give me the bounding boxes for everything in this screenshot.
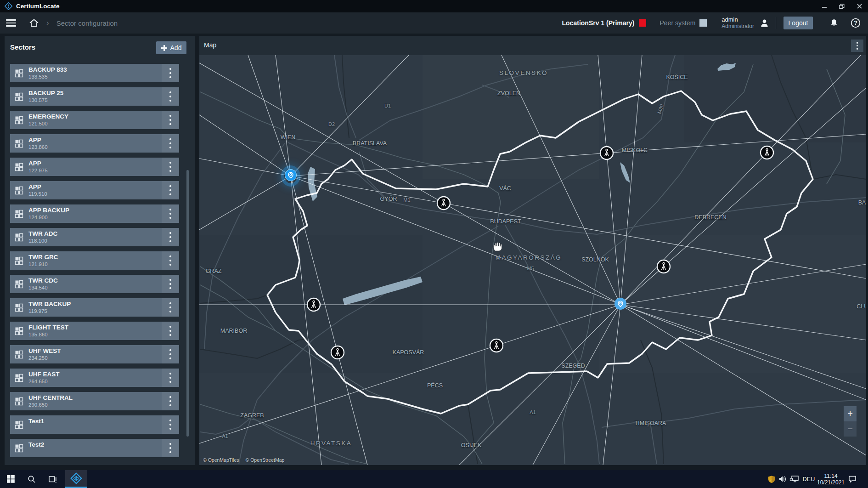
sector-menu-button[interactable] <box>168 279 173 289</box>
sector-item-app[interactable]: APP122.975 <box>10 158 179 176</box>
radio-tower-marker[interactable] <box>330 345 345 360</box>
breadcrumb: Sector configuration <box>56 19 118 27</box>
radio-tower-marker[interactable] <box>306 297 321 312</box>
tray-network-icon[interactable] <box>788 470 800 488</box>
sector-menu-button[interactable] <box>168 68 173 78</box>
sector-menu-button[interactable] <box>168 396 173 406</box>
sector-menu-button[interactable] <box>168 115 173 125</box>
close-button[interactable] <box>851 0 868 12</box>
sectors-title: Sectors <box>10 43 35 51</box>
attribution-openmaptiles[interactable]: © OpenMapTiles <box>203 457 239 463</box>
plus-icon <box>161 45 167 51</box>
sector-frequency: 121.910 <box>28 261 48 267</box>
sector-frequency: 124.900 <box>28 215 48 220</box>
user-name: admin <box>721 16 754 23</box>
sector-menu-button[interactable] <box>168 420 173 430</box>
sector-icon <box>15 326 24 337</box>
sector-menu-button[interactable] <box>168 349 173 359</box>
taskbar-app-certiumlocate[interactable] <box>65 470 87 488</box>
sector-menu-button[interactable] <box>168 185 173 195</box>
map-panel: Map <box>199 36 866 465</box>
task-view-button[interactable] <box>42 470 63 488</box>
sector-item-uhf-central[interactable]: UHF CENTRAL290.650 <box>10 392 179 410</box>
home-icon[interactable] <box>29 18 39 28</box>
user-info: admin Administrator <box>721 16 754 30</box>
user-icon <box>760 18 769 28</box>
sector-menu-button[interactable] <box>168 138 173 148</box>
map-canvas[interactable]: SLOVENSKOZVOLENKOŠICED1D2WIENBRATISLAVAM… <box>199 55 866 465</box>
sector-item-backup-833[interactable]: BACKUP 833133.535 <box>10 64 179 82</box>
sector-name: APP <box>28 160 41 167</box>
sectors-header: Sectors Add <box>5 36 195 62</box>
sector-frequency: 122.975 <box>28 168 48 173</box>
sector-icon <box>15 209 24 220</box>
radio-tower-marker[interactable] <box>436 196 451 210</box>
sector-name: Test1 <box>28 418 44 425</box>
radio-tower-marker[interactable] <box>489 338 504 353</box>
sector-icon <box>15 139 24 150</box>
radio-tower-marker[interactable] <box>599 146 614 160</box>
sector-item-app[interactable]: APP123.860 <box>10 134 179 153</box>
zoom-out-button[interactable]: − <box>844 421 857 437</box>
sector-item-twr-backup[interactable]: TWR BACKUP119.975 <box>10 298 179 317</box>
sector-item-twr-grc[interactable]: TWR GRC121.910 <box>10 251 179 270</box>
sector-icon <box>15 92 24 103</box>
tray-security-shield-icon[interactable] <box>766 470 777 488</box>
breadcrumb-chevron-icon: › <box>46 18 49 28</box>
sector-menu-button[interactable] <box>168 255 173 266</box>
sector-item-app-backup[interactable]: APP BACKUP124.900 <box>10 204 179 223</box>
restore-button[interactable] <box>833 0 851 12</box>
sector-item-flight-test[interactable]: FLIGHT TEST135.860 <box>10 322 179 340</box>
sector-item-app[interactable]: APP119.510 <box>10 181 179 199</box>
radio-tower-marker[interactable] <box>760 145 774 160</box>
sector-item-emergency[interactable]: EMERGENCY121.500 <box>10 111 179 129</box>
sector-name: TWR CDC <box>28 277 58 284</box>
location-marker[interactable] <box>284 169 297 183</box>
peer-system-label: Peer system <box>660 19 696 27</box>
sector-menu-button[interactable] <box>168 91 173 102</box>
sector-frequency: 119.975 <box>28 308 47 314</box>
sector-item-test1[interactable]: Test1 <box>10 415 179 434</box>
sector-list: BACKUP 833133.535 BACKUP 25130.575 EMERG… <box>10 64 184 462</box>
sector-menu-button[interactable] <box>168 209 173 219</box>
add-sector-button[interactable]: Add <box>156 41 186 54</box>
logout-button[interactable]: Logout <box>783 17 813 29</box>
attribution-openstreetmap[interactable]: © OpenStreetMap <box>246 457 285 463</box>
sector-frequency: 133.535 <box>28 74 48 79</box>
tray-volume-icon[interactable] <box>777 470 788 488</box>
start-button[interactable] <box>0 470 21 488</box>
sector-menu-button[interactable] <box>168 326 173 336</box>
sector-name: UHF WEST <box>28 347 61 354</box>
map-attribution: © OpenMapTiles © OpenStreetMap <box>203 457 284 463</box>
sector-item-twr-cdc[interactable]: TWR CDC134.540 <box>10 275 179 293</box>
sector-icon <box>15 279 24 290</box>
zoom-in-button[interactable]: + <box>844 406 857 421</box>
map-options-button[interactable] <box>851 40 863 52</box>
sector-menu-button[interactable] <box>168 302 173 312</box>
help-icon[interactable]: ? <box>851 18 861 28</box>
sector-menu-button[interactable] <box>168 162 173 172</box>
sector-icon <box>15 186 24 197</box>
top-navbar: › Sector configuration LocationSrv 1 (Pr… <box>0 12 868 34</box>
sector-icon <box>15 373 24 384</box>
location-marker[interactable] <box>614 297 627 312</box>
sector-item-uhf-west[interactable]: UHF WEST234.250 <box>10 345 179 363</box>
sector-menu-button[interactable] <box>168 373 173 383</box>
tray-clock[interactable]: 11:14 10/21/2021 <box>817 470 844 488</box>
notifications-bell-icon[interactable] <box>829 18 839 28</box>
sector-item-backup-25[interactable]: BACKUP 25130.575 <box>10 87 179 106</box>
sector-item-twr-adc[interactable]: TWR ADC118.100 <box>10 228 179 246</box>
sector-item-test2[interactable]: Test2 <box>10 439 179 457</box>
tray-language[interactable]: DEU <box>801 470 817 488</box>
sector-menu-button[interactable] <box>168 443 173 453</box>
sidebar-scrollbar[interactable] <box>186 170 189 437</box>
minimize-button[interactable] <box>816 0 833 12</box>
radio-tower-marker[interactable] <box>656 259 671 274</box>
sector-icon <box>15 256 24 267</box>
sector-menu-button[interactable] <box>168 232 173 242</box>
sector-icon <box>15 443 24 454</box>
sector-item-uhf-east[interactable]: UHF EAST264.650 <box>10 369 179 387</box>
menu-icon[interactable] <box>6 19 16 27</box>
tray-action-center-icon[interactable] <box>846 470 859 488</box>
taskbar-search-button[interactable] <box>21 470 42 488</box>
